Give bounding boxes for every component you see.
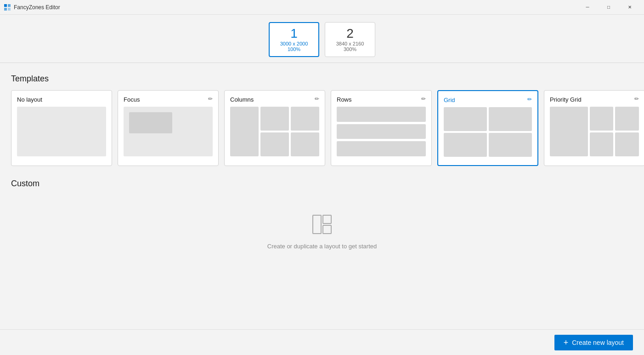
template-priority-grid-title: Priority Grid	[550, 96, 639, 103]
template-focus[interactable]: Focus	[118, 90, 219, 166]
template-columns[interactable]: Columns	[224, 90, 325, 166]
monitor-1-resolution: 3000 x 2000	[280, 41, 308, 46]
template-priority-grid-edit-icon[interactable]	[634, 95, 639, 102]
close-button[interactable]: ✕	[619, 0, 640, 15]
monitor-1-number: 1	[290, 27, 298, 40]
template-no-layout-title: No layout	[17, 96, 106, 103]
main-content: Templates No layout Focus Columns	[0, 67, 644, 329]
template-grid-edit-icon[interactable]	[527, 96, 532, 103]
create-new-layout-button[interactable]: + Create new layout	[554, 335, 633, 350]
template-rows[interactable]: Rows	[331, 90, 432, 166]
template-grid[interactable]: Grid	[437, 90, 538, 166]
monitor-1-zoom: 100%	[288, 46, 300, 52]
layout-empty-icon	[311, 213, 333, 237]
template-focus-preview	[124, 107, 213, 156]
titlebar: FancyZones Editor ─ □ ✕	[0, 0, 644, 15]
svg-rect-1	[8, 4, 11, 7]
template-rows-title: Rows	[337, 96, 426, 103]
template-columns-preview	[230, 107, 319, 156]
template-grid-title: Grid	[444, 97, 532, 103]
template-no-layout[interactable]: No layout	[11, 90, 112, 166]
monitor-2-number: 2	[346, 27, 354, 40]
svg-rect-0	[4, 4, 7, 7]
monitor-selector: 1 3000 x 2000 100% 2 3840 x 2160 300%	[0, 15, 644, 63]
template-columns-title: Columns	[230, 96, 319, 103]
templates-section-title: Templates	[11, 74, 633, 84]
svg-rect-3	[8, 8, 11, 11]
svg-rect-2	[4, 8, 7, 11]
monitor-card-2[interactable]: 2 3840 x 2160 300%	[325, 22, 375, 57]
template-priority-grid[interactable]: Priority Grid	[544, 90, 644, 166]
template-no-layout-preview	[17, 107, 106, 156]
create-new-layout-label: Create new layout	[572, 339, 624, 346]
custom-empty-text: Create or duplicate a layout to get star…	[267, 243, 377, 250]
template-rows-edit-icon[interactable]	[421, 95, 426, 102]
monitor-2-resolution: 3840 x 2160	[336, 41, 364, 46]
app-icon	[4, 4, 11, 11]
template-focus-title: Focus	[124, 96, 213, 103]
monitor-2-zoom: 300%	[344, 46, 356, 52]
template-columns-edit-icon[interactable]	[315, 95, 319, 102]
custom-section-title: Custom	[11, 179, 633, 189]
svg-rect-6	[323, 225, 331, 234]
template-priority-grid-preview	[550, 107, 639, 156]
maximize-button[interactable]: □	[598, 0, 619, 15]
app-title: FancyZones Editor	[14, 4, 577, 11]
minimize-button[interactable]: ─	[577, 0, 598, 15]
template-grid-preview	[444, 107, 532, 157]
svg-rect-4	[313, 215, 321, 234]
custom-section: Custom Create or duplicate a layout to g…	[11, 179, 633, 259]
custom-empty-state: Create or duplicate a layout to get star…	[11, 195, 633, 259]
template-focus-edit-icon[interactable]	[208, 95, 213, 102]
plus-icon: +	[564, 338, 569, 347]
templates-grid: No layout Focus Columns	[11, 90, 633, 166]
monitor-card-1[interactable]: 1 3000 x 2000 100%	[269, 22, 319, 57]
bottom-bar: + Create new layout	[0, 329, 644, 355]
window-controls: ─ □ ✕	[577, 0, 640, 15]
svg-rect-5	[323, 215, 331, 223]
template-rows-preview	[337, 107, 426, 156]
